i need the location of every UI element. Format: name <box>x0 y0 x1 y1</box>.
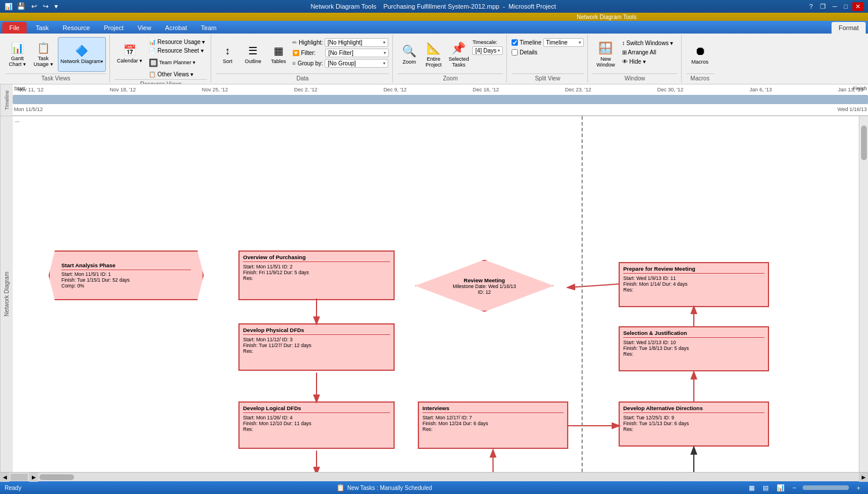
title-bar-right: ? ❐ ─ □ ✕ <box>807 2 863 11</box>
resource-usage-btn[interactable]: 📊 Resource Usage ▾ <box>146 38 207 46</box>
overview-row3: Res: <box>243 275 390 281</box>
tab-format[interactable]: Format <box>832 22 866 34</box>
selection-row1: Start: Wed 1/2/13 ID: 10 <box>623 340 764 345</box>
node-selection: Selection & Justification Start: Wed 1/2… <box>619 326 769 371</box>
tab-acrobat[interactable]: Acrobat <box>158 22 194 34</box>
new-window-icon: 🪟 <box>598 41 613 55</box>
filter-dropdown[interactable]: [No Filter] ▾ <box>325 49 389 57</box>
resource-sheet-btn[interactable]: 📄 Resource Sheet ▾ <box>146 47 207 54</box>
groupby-icon: ≡ <box>292 60 296 67</box>
date-dec16: Dec 16, '12 <box>473 87 499 93</box>
prepare-row3: Res: <box>623 287 764 293</box>
h-scroll-thumb[interactable] <box>39 474 74 480</box>
context-tab-label: Network Diagram Tools <box>311 3 377 10</box>
minimize-icon[interactable]: ─ <box>15 119 19 125</box>
sort-label: Sort <box>223 58 233 64</box>
entire-project-btn[interactable]: 📐 EntireProject <box>422 37 445 72</box>
qa-dropdown[interactable]: ▾ <box>53 2 60 11</box>
zoom-btn[interactable]: 🔍 Zoom <box>398 37 421 72</box>
new-window-btn[interactable]: 🪟 NewWindow <box>594 37 617 72</box>
timeline-dates: Nov 11, '12 Nov 18, '12 Nov 25, '12 Dec … <box>13 86 868 94</box>
node-prepare: Prepare for Review Meeting Start: Wed 1/… <box>619 262 769 307</box>
min-btn[interactable]: ─ <box>830 2 840 11</box>
timescale-dropdown[interactable]: [4] Days ▾ <box>472 46 503 55</box>
tables-btn[interactable]: ▦ Tables <box>267 37 290 72</box>
timeline-start-date: Mon 11/5/12 <box>14 106 43 112</box>
window-group-label: Window <box>593 73 678 82</box>
max-btn[interactable]: □ <box>841 2 850 11</box>
scroll-right-btn[interactable]: ▶ <box>29 473 38 482</box>
view-btn-gantt[interactable]: ▤ <box>761 484 770 492</box>
tab-project[interactable]: Project <box>97 22 130 34</box>
outline-btn[interactable]: ☰ Outline <box>241 37 264 72</box>
start-phase-title: Start Analysis Phase <box>61 262 191 270</box>
help-btn[interactable]: ? <box>807 2 815 11</box>
timeline-checkbox[interactable] <box>512 39 518 46</box>
vertical-scrollbar[interactable] <box>859 116 868 472</box>
logical-dfds-row3: Res: <box>243 426 390 432</box>
split-view-label: Split View <box>512 73 583 82</box>
calendar-btn[interactable]: 📅 Calendar ▾ <box>115 37 145 71</box>
selected-tasks-btn[interactable]: 📌 SelectedTasks <box>446 37 471 72</box>
tab-file[interactable]: File <box>2 22 27 34</box>
zoom-in-btn[interactable]: ＋ <box>854 483 863 493</box>
prepare-title: Prepare for Review Meeting <box>623 266 764 274</box>
restore-btn[interactable]: ❐ <box>818 2 828 11</box>
details-checkbox[interactable] <box>512 49 518 56</box>
diagram-area: ─ <box>13 116 859 472</box>
redo-btn[interactable]: ↪ <box>41 2 50 11</box>
view-btn-table[interactable]: ▦ <box>747 484 756 492</box>
date-dec9: Dec 9, '12 <box>384 87 407 93</box>
tab-task[interactable]: Task <box>29 22 56 34</box>
date-dec23: Dec 23, '12 <box>565 87 591 93</box>
ribbon-tabs: File Task Resource Project View Acrobat … <box>0 21 868 34</box>
quick-save[interactable]: 💾 <box>15 2 27 11</box>
tab-resource[interactable]: Resource <box>56 22 97 34</box>
timeline-side-label: Timeline <box>0 84 13 116</box>
timeline-content: Nov 11, '12 Nov 18, '12 Nov 25, '12 Dec … <box>13 84 868 116</box>
tab-team[interactable]: Team <box>194 22 223 34</box>
zoom-slider[interactable] <box>803 485 849 490</box>
sort-btn[interactable]: ↕ Sort <box>216 37 239 72</box>
window-group: 🪟 NewWindow ↕ Switch Windows ▾ ⊞ Arrange… <box>589 35 682 83</box>
interviews-row3: Res: <box>422 426 564 432</box>
timeline-dropdown[interactable]: Timeline ▾ <box>543 38 584 47</box>
selection-row2: Finish: Tue 1/8/13 Dur: 5 days <box>623 345 764 351</box>
app-icon: 📊 <box>5 3 13 10</box>
macros-btn[interactable]: ⏺ Macros <box>689 37 712 72</box>
v-scroll-thumb[interactable] <box>861 126 867 160</box>
other-views-btn[interactable]: 📋 Other Views ▾ <box>146 71 207 78</box>
task-usage-btn[interactable]: 📋 TaskUsage ▾ <box>31 37 56 72</box>
groupby-dropdown[interactable]: [No Group] ▾ <box>325 59 388 68</box>
filter-icon: 🔽 <box>292 50 299 56</box>
network-diagram-label: Network Diagram <box>61 58 101 64</box>
switch-windows-btn[interactable]: ↕ Switch Windows ▾ <box>620 39 675 47</box>
other-views-label: Other Views ▾ <box>157 71 193 78</box>
undo-btn[interactable]: ↩ <box>30 2 39 11</box>
selected-tasks-label: SelectedTasks <box>448 56 469 68</box>
tab-view[interactable]: View <box>131 22 159 34</box>
arrange-all-btn[interactable]: ⊞ Arrange All <box>620 49 675 56</box>
zoom-group-label: Zoom <box>398 73 503 82</box>
network-diagram-tools-label: Network Diagram Tools <box>577 14 637 20</box>
zoom-out-btn[interactable]: − <box>791 484 798 492</box>
selection-title: Selection & Justification <box>623 330 764 338</box>
prepare-row1: Start: Wed 1/9/13 ID: 11 <box>623 275 764 281</box>
sort-icon: ↕ <box>225 45 230 57</box>
scroll-left-btn[interactable]: ◀ <box>0 473 9 482</box>
hide-btn[interactable]: 👁 Hide ▾ <box>620 58 675 65</box>
alt-directions-row2: Finish: Tue 1/1/13 Dur: 6 days <box>623 421 764 426</box>
scroll-end-btn[interactable]: ▶ <box>859 473 868 482</box>
groupby-value: [No Group] <box>328 60 382 67</box>
gantt-chart-btn[interactable]: 📊 GanttChart ▾ <box>6 37 29 72</box>
resource-sheet-icon: 📄 <box>149 47 156 54</box>
main-area: Network Diagram ─ <box>0 116 868 472</box>
groupby-arrow: ▾ <box>383 61 385 66</box>
network-diagram-btn[interactable]: 🔷 Network Diagram ▾ <box>58 37 106 72</box>
network-diagram-side-label: Network Diagram <box>0 116 13 472</box>
close-btn[interactable]: ✕ <box>852 2 863 11</box>
scroll-tab-indicator[interactable] <box>10 474 28 481</box>
team-planner-btn[interactable]: 🔲 Team Planner ▾ <box>146 56 198 69</box>
view-btn-network[interactable]: 📊 <box>775 484 786 492</box>
highlight-dropdown[interactable]: [No Highlight] ▾ <box>325 38 388 47</box>
